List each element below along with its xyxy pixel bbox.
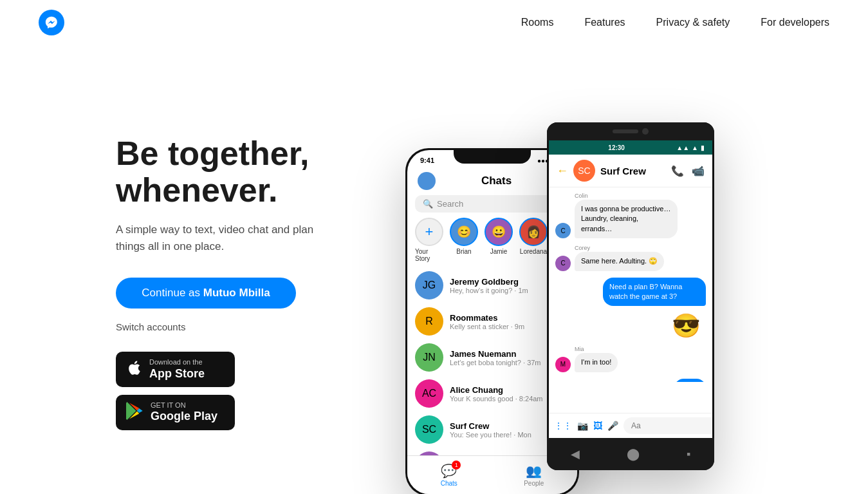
search-icon: 🔍	[423, 199, 433, 209]
ios-tab-people[interactable]: 👥 People	[524, 463, 544, 487]
nav-item-privacy[interactable]: Privacy & safety	[656, 17, 730, 28]
msg-sticker: 😎	[555, 312, 706, 339]
msg-corey: C Corey Same here. Adulting. 🙄	[555, 245, 706, 271]
story-jamie: 😀 Jamie	[485, 218, 513, 262]
camera-bar	[547, 122, 714, 140]
nav-item-rooms[interactable]: Rooms	[521, 17, 554, 28]
nav-links: Rooms Features Privacy & safety For deve…	[521, 17, 829, 28]
camera-dot	[642, 128, 649, 135]
people-icon: 👥	[526, 463, 542, 479]
search-bar: 🔍 Search	[415, 195, 569, 213]
message-input[interactable]	[623, 417, 712, 434]
google-play-icon	[126, 402, 144, 423]
android-header: ← SC Surf Crew 📞 📹	[549, 155, 712, 187]
speaker	[613, 129, 638, 133]
grid-icon[interactable]: ⋮⋮	[554, 421, 572, 431]
phone-android: 12:30 ▲▲ ▲ ▮ ← SC Surf Crew 📞 📹	[547, 122, 714, 470]
hero-title: Be together, whenever.	[116, 135, 373, 209]
android-battery: ▮	[701, 144, 705, 151]
hero-section: Be together, whenever. A simple way to t…	[0, 45, 868, 494]
camera-icon[interactable]: 📷	[577, 421, 588, 431]
android-statusbar: 12:30 ▲▲ ▲ ▮	[549, 140, 712, 155]
navbar: Rooms Features Privacy & safety For deve…	[0, 0, 868, 45]
story-loredana: 👩 Loredana	[519, 218, 548, 262]
back-nav-icon[interactable]: ◀	[571, 447, 580, 461]
image-icon[interactable]: 🖼	[593, 421, 602, 431]
back-arrow-icon[interactable]: ←	[557, 164, 568, 178]
msg-its-on: It's on	[555, 379, 706, 382]
app-store-button[interactable]: Download on the App Store	[116, 352, 235, 387]
ios-tab-chats[interactable]: 💬 1 Chats	[441, 463, 457, 487]
msg-joan-marc-1: Need a plan B? Wanna watch the game at 3…	[555, 278, 706, 307]
continue-as-button[interactable]: Continue as Mutuo Mbilla	[116, 278, 296, 309]
logo[interactable]	[39, 10, 64, 35]
google-play-button[interactable]: GET IT ON Google Play	[116, 395, 235, 430]
msg-mia: M Mia I'm in too!	[555, 346, 706, 372]
recents-nav-icon[interactable]: ▪	[687, 448, 690, 461]
phone-icon[interactable]: 📞	[671, 165, 684, 177]
nav-item-developers[interactable]: For developers	[761, 17, 829, 28]
android-nav-bar: ◀ ⬤ ▪	[547, 438, 714, 470]
android-input-bar: ⋮⋮ 📷 🖼 🎤 😊 🏈	[549, 413, 712, 438]
android-wifi: ▲	[692, 144, 698, 151]
phones-section: 9:41 ●●● ▲ ▮ Chats ✏ 🔍 Search	[386, 84, 829, 494]
story-add: + Your Story	[415, 218, 443, 262]
msg-colin: C Colin I was gonna be productive… Laund…	[555, 193, 706, 238]
mic-icon[interactable]: 🎤	[607, 421, 618, 431]
hero-content: Be together, whenever. A simple way to t…	[116, 84, 373, 438]
apple-icon	[126, 359, 143, 379]
video-icon[interactable]: 📹	[692, 165, 705, 177]
group-avatar: SC	[573, 160, 595, 182]
message-thread: C Colin I was gonna be productive… Laund…	[549, 187, 712, 382]
home-nav-icon[interactable]: ⬤	[627, 447, 640, 461]
android-screen: 12:30 ▲▲ ▲ ▮ ← SC Surf Crew 📞 📹	[549, 140, 712, 438]
nav-item-features[interactable]: Features	[584, 17, 625, 28]
story-brian: 😊 Brian	[450, 218, 478, 262]
switch-accounts-link[interactable]: Switch accounts	[116, 321, 373, 332]
notch	[454, 148, 531, 164]
user-avatar	[418, 172, 436, 190]
hero-subtitle: A simple way to text, video chat and pla…	[116, 222, 322, 254]
android-signal: ▲▲	[676, 144, 689, 151]
